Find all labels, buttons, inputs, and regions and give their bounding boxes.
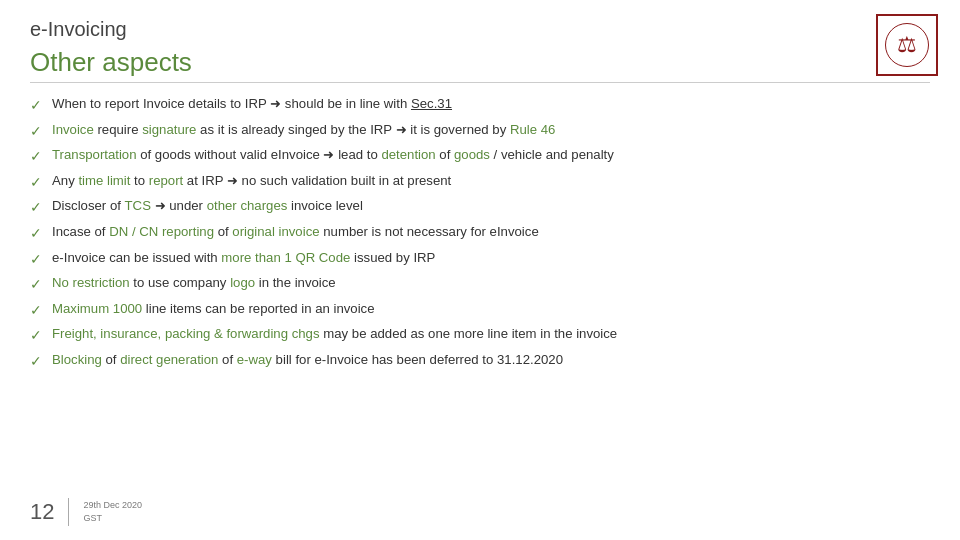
checkmark-icon: ✓ <box>30 96 42 116</box>
bullet-item-0: ✓When to report Invoice details to IRP ➜… <box>30 95 930 116</box>
bullet-text-8: Maximum 1000 line items can be reported … <box>52 300 375 318</box>
checkmark-icon: ✓ <box>30 224 42 244</box>
bullet-item-3: ✓Any time limit to report at IRP ➜ no su… <box>30 172 930 193</box>
checkmark-icon: ✓ <box>30 352 42 372</box>
bullet-text-5: Incase of DN / CN reporting of original … <box>52 223 539 241</box>
section-title: Other aspects <box>30 47 930 83</box>
bullet-item-5: ✓Incase of DN / CN reporting of original… <box>30 223 930 244</box>
footer-date: 29th Dec 2020 <box>83 499 142 512</box>
footer-subtitle: GST <box>83 512 142 525</box>
checkmark-icon: ✓ <box>30 275 42 295</box>
bullet-item-8: ✓Maximum 1000 line items can be reported… <box>30 300 930 321</box>
checkmark-icon: ✓ <box>30 301 42 321</box>
page-number: 12 <box>30 499 54 525</box>
bullet-item-6: ✓e-Invoice can be issued with more than … <box>30 249 930 270</box>
checkmark-icon: ✓ <box>30 147 42 167</box>
checkmark-icon: ✓ <box>30 173 42 193</box>
bullet-text-3: Any time limit to report at IRP ➜ no suc… <box>52 172 451 190</box>
bullet-item-4: ✓Discloser of TCS ➜ under other charges … <box>30 197 930 218</box>
checkmark-icon: ✓ <box>30 250 42 270</box>
checkmark-icon: ✓ <box>30 198 42 218</box>
logo-symbol: ⚖ <box>897 34 917 56</box>
bullet-text-7: No restriction to use company logo in th… <box>52 274 336 292</box>
bullet-list: ✓When to report Invoice details to IRP ➜… <box>30 95 930 372</box>
main-title: e-Invoicing <box>30 18 930 41</box>
bullet-text-0: When to report Invoice details to IRP ➜ … <box>52 95 452 113</box>
checkmark-icon: ✓ <box>30 326 42 346</box>
checkmark-icon: ✓ <box>30 122 42 142</box>
logo: ⚖ <box>876 14 938 76</box>
bullet-item-9: ✓Freight, insurance, packing & forwardin… <box>30 325 930 346</box>
bullet-item-10: ✓Blocking of direct generation of e-way … <box>30 351 930 372</box>
footer: 12 29th Dec 2020 GST <box>30 498 142 526</box>
bullet-text-1: Invoice require signature as it is alrea… <box>52 121 555 139</box>
footer-text: 29th Dec 2020 GST <box>83 499 142 524</box>
bullet-item-2: ✓Transportation of goods without valid e… <box>30 146 930 167</box>
bullet-text-4: Discloser of TCS ➜ under other charges i… <box>52 197 363 215</box>
bullet-item-1: ✓Invoice require signature as it is alre… <box>30 121 930 142</box>
bullet-text-10: Blocking of direct generation of e-way b… <box>52 351 563 369</box>
bullet-item-7: ✓No restriction to use company logo in t… <box>30 274 930 295</box>
logo-inner: ⚖ <box>882 20 932 70</box>
footer-divider <box>68 498 69 526</box>
bullet-text-2: Transportation of goods without valid eI… <box>52 146 614 164</box>
logo-circle: ⚖ <box>885 23 929 67</box>
bullet-text-6: e-Invoice can be issued with more than 1… <box>52 249 435 267</box>
page: ⚖ e-Invoicing Other aspects ✓When to rep… <box>0 0 960 540</box>
bullet-text-9: Freight, insurance, packing & forwarding… <box>52 325 617 343</box>
